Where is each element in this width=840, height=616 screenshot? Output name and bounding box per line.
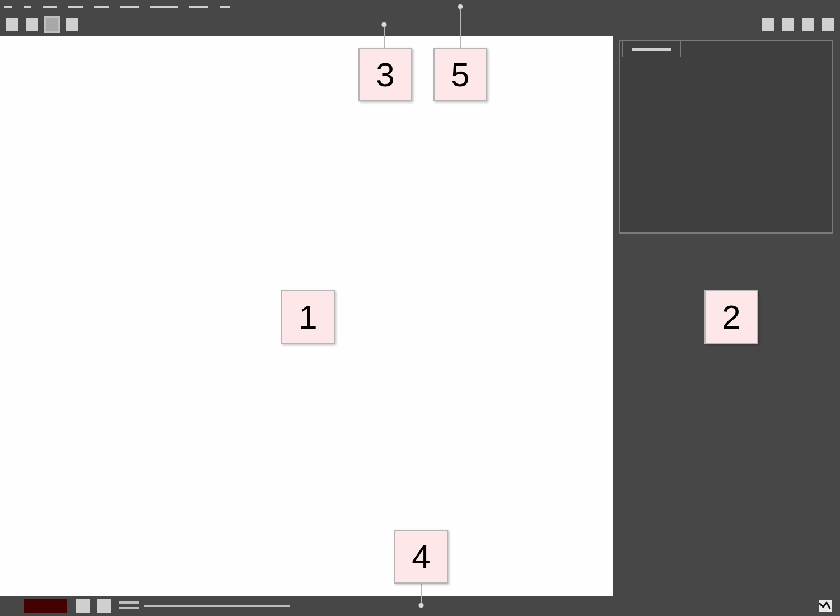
- tool-button-left-2[interactable]: [44, 16, 60, 33]
- zigzag-icon[interactable]: [819, 600, 832, 612]
- callout-3: 3: [358, 48, 412, 101]
- callout-dot-4: [418, 603, 424, 608]
- status-indicator-lines: [119, 601, 139, 609]
- tool-button-left-1[interactable]: [24, 16, 40, 33]
- panel-tab[interactable]: [622, 40, 681, 57]
- callout-2: 2: [704, 290, 758, 344]
- menu-item-4[interactable]: [94, 6, 109, 8]
- tool-button-left-0[interactable]: [3, 16, 20, 33]
- tool-button-right-0[interactable]: [759, 16, 776, 33]
- callout-dot-5: [458, 4, 463, 10]
- tool-button-left-3[interactable]: [64, 16, 81, 33]
- tool-icon: [26, 18, 38, 31]
- callout-connector-5: [460, 6, 461, 48]
- callout-dot-3: [381, 22, 387, 27]
- panel-tab-placeholder: [632, 48, 671, 51]
- callout-4: 4: [394, 530, 448, 584]
- slider-track[interactable]: [144, 605, 290, 607]
- menu-item-8[interactable]: [220, 6, 230, 8]
- menu-item-2[interactable]: [43, 6, 57, 8]
- menu-item-0[interactable]: [4, 6, 12, 8]
- panel-frame: [619, 40, 833, 234]
- status-button-1[interactable]: [76, 599, 90, 613]
- callout-5: 5: [433, 48, 487, 101]
- tool-button-right-2[interactable]: [800, 16, 816, 33]
- tool-icon: [782, 18, 794, 31]
- menu-item-3[interactable]: [68, 6, 83, 8]
- menubar: [0, 0, 840, 13]
- menu-item-7[interactable]: [189, 6, 208, 8]
- tool-icon: [46, 18, 58, 31]
- tool-icon: [66, 18, 78, 31]
- tool-icon: [762, 18, 774, 31]
- menu-item-5[interactable]: [120, 6, 139, 8]
- status-button-2[interactable]: [97, 599, 111, 613]
- tool-button-right-3[interactable]: [820, 16, 837, 33]
- menu-item-1[interactable]: [24, 6, 31, 8]
- tool-icon: [6, 18, 18, 31]
- tool-button-right-1[interactable]: [780, 16, 796, 33]
- menu-item-6[interactable]: [150, 6, 178, 8]
- tool-icon: [802, 18, 814, 31]
- color-swatch[interactable]: [24, 599, 67, 613]
- tool-icon: [822, 18, 834, 31]
- callout-connector-4: [421, 584, 422, 605]
- callout-1: 1: [281, 290, 335, 344]
- toolbar: [0, 13, 840, 36]
